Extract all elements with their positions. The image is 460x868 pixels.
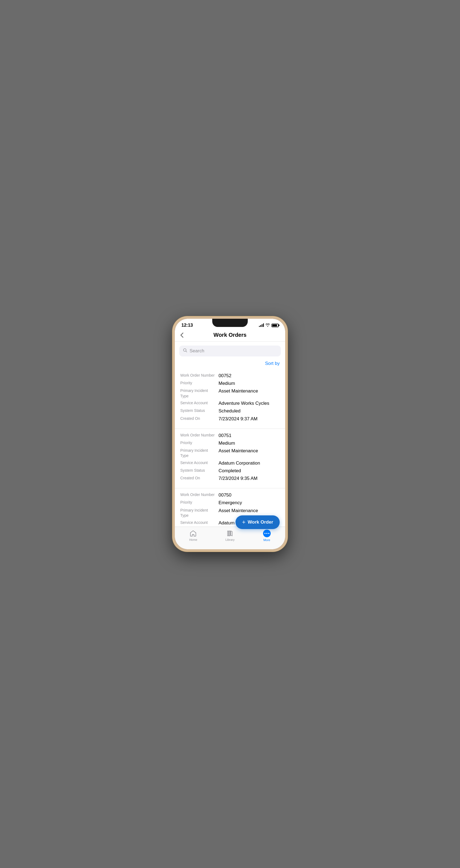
field-label: Service Account bbox=[180, 520, 218, 526]
nav-label-more: More bbox=[263, 538, 270, 541]
phone-inner: 12:13 bbox=[175, 319, 285, 549]
field-row: Work Order Number00752 bbox=[180, 373, 280, 379]
home-icon bbox=[190, 530, 197, 537]
svg-rect-2 bbox=[229, 531, 230, 536]
nav-item-library[interactable]: Library bbox=[212, 530, 249, 541]
field-row: Service AccountAdatum Corporation bbox=[180, 460, 280, 466]
nav-label-home: Home bbox=[189, 538, 197, 541]
work-orders-list: Work Order Number00752PriorityMediumPrim… bbox=[175, 369, 285, 533]
phone-screen: 12:13 bbox=[175, 319, 285, 549]
field-row: Created On7/23/2024 9:35 AM bbox=[180, 475, 280, 482]
field-row: PriorityMedium bbox=[180, 440, 280, 446]
field-value: Asset Maintenance bbox=[218, 388, 280, 399]
nav-item-home[interactable]: Home bbox=[175, 530, 212, 541]
field-label: Priority bbox=[180, 380, 218, 386]
fab-plus-icon: + bbox=[242, 519, 246, 525]
field-value: 00752 bbox=[218, 373, 280, 379]
signal-bars-icon bbox=[259, 324, 264, 327]
field-row: System StatusScheduled bbox=[180, 408, 280, 414]
field-label: System Status bbox=[180, 408, 218, 414]
more-dots-icon bbox=[263, 530, 271, 537]
field-label: Priority bbox=[180, 440, 218, 446]
field-row: PriorityMedium bbox=[180, 380, 280, 386]
search-bar[interactable]: Search bbox=[179, 345, 281, 356]
page-title: Work Orders bbox=[214, 332, 247, 338]
field-label: Primary Incident Type bbox=[180, 508, 218, 518]
field-value: 00751 bbox=[218, 433, 280, 439]
field-value: 00750 bbox=[218, 492, 280, 498]
field-label: Work Order Number bbox=[180, 492, 218, 498]
field-label: Service Account bbox=[180, 400, 218, 406]
field-value: Scheduled bbox=[218, 408, 280, 414]
fab-container: + Work Order bbox=[236, 516, 280, 529]
search-icon bbox=[183, 348, 187, 354]
search-container: Search bbox=[175, 342, 285, 359]
field-row: Work Order Number00751 bbox=[180, 433, 280, 439]
field-label: Primary Incident Type bbox=[180, 448, 218, 459]
status-icons bbox=[259, 323, 279, 328]
field-label: Created On bbox=[180, 475, 218, 482]
field-row: Created On7/23/2024 9:37 AM bbox=[180, 416, 280, 422]
field-value: Medium bbox=[218, 380, 280, 386]
sort-by-button[interactable]: Sort by bbox=[265, 361, 280, 366]
field-label: Created On bbox=[180, 416, 218, 422]
nav-header: Work Orders bbox=[175, 330, 285, 342]
phone-device: 12:13 bbox=[173, 316, 287, 552]
field-value: Adventure Works Cycles bbox=[218, 400, 280, 406]
svg-rect-1 bbox=[227, 531, 228, 536]
fab-label: Work Order bbox=[248, 520, 273, 525]
work-order-item[interactable]: Work Order Number00751PriorityMediumPrim… bbox=[175, 429, 285, 489]
field-row: Service AccountAdventure Works Cycles bbox=[180, 400, 280, 406]
field-row: Primary Incident TypeAsset Maintenance bbox=[180, 388, 280, 399]
status-time: 12:13 bbox=[181, 322, 193, 328]
notch bbox=[212, 319, 248, 327]
field-value: Adatum Corporation bbox=[218, 460, 280, 466]
bottom-nav: Home Library More bbox=[175, 527, 285, 549]
field-label: Primary Incident Type bbox=[180, 388, 218, 399]
field-row: Primary Incident TypeAsset Maintenance bbox=[180, 448, 280, 459]
field-row: PriorityEmergency bbox=[180, 500, 280, 506]
field-row: System StatusCompleted bbox=[180, 468, 280, 474]
field-label: Priority bbox=[180, 500, 218, 506]
field-value: 7/23/2024 9:35 AM bbox=[218, 475, 280, 482]
field-value: Medium bbox=[218, 440, 280, 446]
field-row: Work Order Number00750 bbox=[180, 492, 280, 498]
wifi-icon bbox=[266, 323, 270, 328]
library-icon bbox=[226, 530, 234, 537]
field-label: Work Order Number bbox=[180, 433, 218, 439]
field-value: Completed bbox=[218, 468, 280, 474]
search-placeholder: Search bbox=[190, 348, 204, 354]
work-order-item[interactable]: Work Order Number00752PriorityMediumPrim… bbox=[175, 369, 285, 429]
field-label: Work Order Number bbox=[180, 373, 218, 379]
back-button[interactable] bbox=[180, 332, 184, 338]
create-work-order-fab[interactable]: + Work Order bbox=[236, 516, 280, 529]
battery-icon bbox=[272, 324, 279, 327]
sort-bar: Sort by bbox=[175, 359, 285, 369]
field-label: System Status bbox=[180, 468, 218, 474]
nav-label-library: Library bbox=[225, 538, 235, 541]
field-label: Service Account bbox=[180, 460, 218, 466]
field-value: Emergency bbox=[218, 500, 280, 506]
nav-item-more[interactable]: More bbox=[248, 530, 285, 541]
field-value: Asset Maintenance bbox=[218, 448, 280, 459]
field-value: 7/23/2024 9:37 AM bbox=[218, 416, 280, 422]
